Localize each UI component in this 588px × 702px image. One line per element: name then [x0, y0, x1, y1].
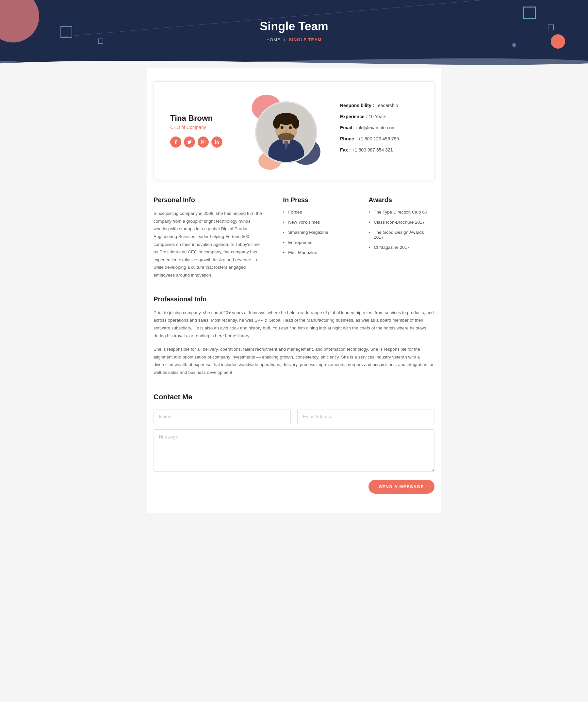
experience-row: Experience : 10 Years: [340, 114, 418, 119]
in-press-heading: In Press: [283, 196, 349, 204]
send-message-button[interactable]: SEND A MESSAGE: [369, 480, 434, 494]
name-input[interactable]: [154, 409, 291, 424]
email-value: info@example.com: [357, 125, 396, 130]
list-item: CI Magazine 2017: [369, 245, 434, 250]
responsibility-label: Responsibility :: [340, 103, 374, 108]
fax-row: Fax : +1 800 987 654 321: [340, 147, 418, 152]
list-item: New York Times: [283, 220, 349, 225]
responsibility-row: Responsibility : Leadership: [340, 103, 418, 108]
profile-card: Tina Brown CEO of Company: [154, 81, 434, 180]
facebook-icon[interactable]: [170, 136, 181, 147]
message-textarea[interactable]: [154, 429, 434, 472]
list-item: Smashing Magazine: [283, 230, 349, 235]
twitter-icon[interactable]: [184, 136, 195, 147]
email-input[interactable]: [297, 409, 434, 424]
breadcrumb-separator: /: [284, 37, 286, 42]
profile-details: Responsibility : Leadership Experience :…: [340, 103, 418, 158]
fax-label: Fax :: [340, 147, 351, 152]
professional-info-heading: Professional Info: [154, 296, 434, 303]
contact-name-email-row: [154, 409, 434, 424]
list-item: Forbes: [283, 210, 349, 215]
profile-job-title: CEO of Company: [170, 125, 229, 130]
phone-label: Phone :: [340, 136, 357, 141]
email-row: Email : info@example.com: [340, 125, 418, 130]
awards-col: Awards The Type Direction Club 60 Class …: [369, 196, 434, 255]
profile-left: Tina Brown CEO of Company: [170, 114, 229, 147]
responsibility-value: Leadership: [375, 103, 398, 108]
awards-heading: Awards: [369, 196, 434, 204]
social-icons: [170, 136, 229, 147]
svg-point-17: [285, 130, 287, 133]
professional-info-para2: She is responsible for all delivery, ope…: [154, 345, 434, 376]
contact-heading: Contact Me: [154, 393, 434, 401]
personal-info-text: Since joining company in 2009, she has h…: [154, 210, 263, 279]
list-item: Entrepreneur: [283, 240, 349, 245]
svg-point-12: [273, 118, 280, 129]
breadcrumb-current: SINGLE TEAM: [289, 37, 322, 42]
list-item: First Manazine: [283, 250, 349, 255]
svg-rect-0: [201, 140, 205, 144]
svg-point-16: [289, 126, 292, 129]
profile-name: Tina Brown: [170, 114, 229, 123]
decor-dot: [512, 43, 516, 47]
personal-info-heading: Personal Info: [154, 196, 263, 204]
list-item: The Good Design Awards 2017: [369, 230, 434, 240]
breadcrumb: HOME / SINGLE TEAM: [0, 37, 588, 42]
instagram-icon[interactable]: [198, 136, 209, 147]
personal-info-col: Personal Info Since joining company in 2…: [154, 196, 263, 279]
svg-point-15: [281, 126, 284, 129]
svg-point-13: [292, 118, 299, 129]
experience-label: Experience :: [340, 114, 367, 119]
svg-point-3: [215, 140, 216, 141]
experience-value: 10 Years: [369, 114, 386, 119]
main-content: Tina Brown CEO of Company: [147, 68, 441, 513]
in-press-col: In Press Forbes New York Times Smashing …: [283, 196, 349, 260]
email-label: Email :: [340, 125, 355, 130]
page-title: Single Team: [0, 20, 588, 33]
send-btn-row: SEND A MESSAGE: [154, 480, 434, 494]
fax-value: +1 800 987 654 321: [352, 147, 393, 152]
list-item: Class Icon-Brochure 2017: [369, 220, 434, 225]
list-item: The Type Direction Club 60: [369, 210, 434, 215]
phone-value: +1 800 123 456 789: [358, 136, 399, 141]
linkedin-icon[interactable]: [211, 136, 222, 147]
in-press-list: Forbes New York Times Smashing Magazine …: [283, 210, 349, 255]
three-col-section: Personal Info Since joining company in 2…: [154, 196, 434, 279]
awards-list: The Type Direction Club 60 Class Icon-Br…: [369, 210, 434, 250]
contact-section: Contact Me SEND A MESSAGE: [154, 393, 434, 494]
profile-image: [255, 101, 317, 163]
svg-point-14: [278, 133, 295, 140]
breadcrumb-home[interactable]: HOME: [267, 37, 281, 42]
hero-section: Single Team HOME / SINGLE TEAM: [0, 0, 588, 68]
svg-rect-2: [215, 141, 216, 144]
decor-square-teal: [523, 7, 536, 19]
profile-image-area: [249, 95, 320, 166]
phone-row: Phone : +1 800 123 456 789: [340, 136, 418, 141]
professional-info-para1: Prior to joining company, she spent 20+ …: [154, 309, 434, 340]
hero-wave: [0, 52, 588, 68]
professional-info-section: Professional Info Prior to joining compa…: [154, 296, 434, 376]
